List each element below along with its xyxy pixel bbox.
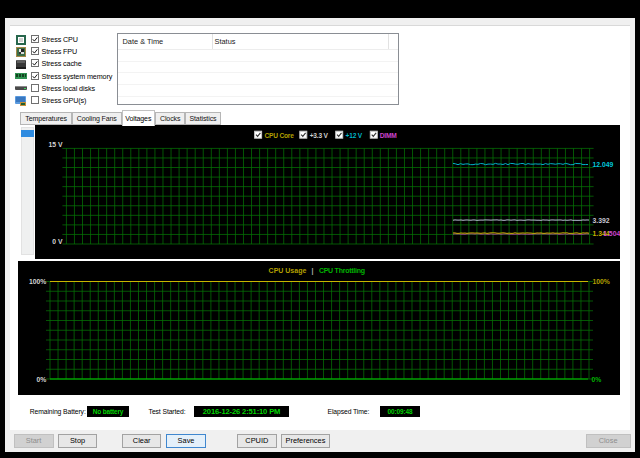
svg-text:CPU Usage: CPU Usage [269,267,307,275]
svg-text:0 V: 0 V [52,238,63,245]
svg-text:0%: 0% [592,376,602,383]
svg-text:12.049: 12.049 [593,161,614,168]
svg-text:+12 V: +12 V [346,132,363,139]
svg-text:+3.3 V: +3.3 V [310,132,329,139]
svg-text:3.392: 3.392 [593,217,610,224]
svg-text:CPU Throttling: CPU Throttling [319,267,365,275]
svg-text:0%: 0% [36,376,46,383]
svg-text:100%: 100% [29,278,46,285]
svg-text:CPU Core: CPU Core [265,132,295,139]
svg-text:DIMM: DIMM [380,132,397,139]
svg-text:100%: 100% [593,278,610,285]
svg-text:1.504: 1.504 [603,230,620,237]
svg-text:15 V: 15 V [49,141,63,148]
svg-text:|: | [312,267,314,275]
